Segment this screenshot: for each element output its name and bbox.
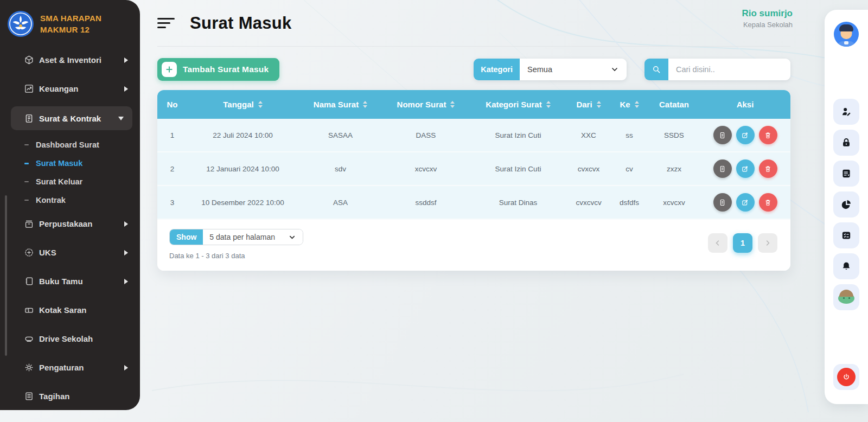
submenu-item-surat-masuk[interactable]: Surat Masuk [0, 154, 140, 172]
column-kategori-surat[interactable]: Kategori Surat [469, 100, 567, 109]
sidebar-item-buku-tamu[interactable]: Buku Tamu [0, 267, 140, 296]
cell-no: 2 [157, 165, 187, 173]
sidebar-item-pengaturan[interactable]: Pengaturan [0, 353, 140, 382]
pie-chart-icon[interactable] [833, 191, 859, 218]
column-dari[interactable]: Dari [567, 100, 610, 109]
chevron-right-icon [124, 250, 128, 255]
column-ke[interactable]: Ke [610, 100, 648, 109]
kategori-selected-value: Semua [527, 65, 552, 74]
turtle-avatar-icon[interactable] [833, 284, 859, 310]
sidebar-item-label: Aset & Inventori [39, 55, 101, 65]
chevron-right-icon [124, 279, 128, 284]
table-row: 2 12 Januari 2024 10:00 sdv xcvcxv Surat… [157, 152, 790, 186]
file-icon [718, 199, 726, 207]
delete-button[interactable] [759, 126, 777, 144]
edit-button[interactable] [736, 159, 755, 178]
sidebar-item-drive-sekolah[interactable]: Drive Sekolah [0, 324, 140, 353]
sidebar-item-aset-inventori[interactable]: Aset & Inventori [0, 46, 140, 74]
show-label: Show [170, 229, 203, 245]
cell-dari: cvxcvcv [567, 199, 610, 207]
delete-button[interactable] [759, 193, 777, 212]
profile-avatar[interactable] [834, 22, 859, 47]
sidebar-item-surat-kontrak[interactable]: Surat & Kontrak [11, 106, 132, 130]
submenu-item-dashboard-surat[interactable]: Dashboard Surat [0, 136, 140, 154]
sidebar-item-kotak-saran[interactable]: Kotak Saran [0, 296, 140, 324]
right-rail [825, 10, 868, 404]
detail-button[interactable] [713, 159, 732, 178]
topbar: Surat Masuk Rio sumirjo Kepala Sekolah [157, 0, 790, 47]
archive-icon [24, 219, 34, 229]
per-page-select[interactable]: 5 data per halaman [203, 229, 303, 245]
page-title: Surat Masuk [190, 14, 292, 33]
column-nomor-surat[interactable]: Nomor Surat [382, 100, 469, 109]
edit-icon [741, 165, 749, 173]
add-surat-masuk-button[interactable]: Tambah Surat Masuk [157, 58, 279, 81]
per-page-value: 5 data per halaman [209, 233, 275, 241]
submenu-item-kontrak[interactable]: Kontrak [0, 191, 140, 209]
power-icon [837, 368, 856, 386]
data-range-summary: Data ke 1 - 3 dari 3 data [169, 252, 777, 260]
kategori-label: Kategori [474, 59, 520, 80]
cell-no: 3 [157, 199, 187, 207]
cell-kategori-surat: Surat Izin Cuti [469, 131, 567, 139]
search-bar [644, 59, 790, 80]
next-page-button[interactable] [758, 233, 777, 253]
trash-icon [764, 131, 772, 139]
kategori-select[interactable]: Semua [520, 59, 627, 80]
cell-tanggal: 10 Desember 2022 10:00 [187, 199, 298, 207]
trash-icon [764, 199, 772, 207]
file-icon [718, 131, 726, 139]
brand: SMA HARAPAN MAKMUR 12 [0, 0, 140, 46]
sidebar-item-perpustakaan[interactable]: Perpustakaan [0, 209, 140, 238]
submenu-item-surat-keluar[interactable]: Surat Keluar [0, 172, 140, 191]
chevron-down-icon [288, 233, 296, 241]
cell-kategori-surat: Surat Dinas [469, 199, 567, 207]
page-1-button[interactable]: 1 [733, 233, 752, 253]
edit-button[interactable] [736, 193, 755, 212]
sidebar-item-uks[interactable]: UKS [0, 238, 140, 267]
edit-icon [741, 131, 749, 139]
mailbox-icon [24, 305, 34, 315]
search-icon [644, 59, 668, 80]
notebook-icon [24, 276, 34, 286]
task-list-icon[interactable] [833, 222, 859, 248]
sidebar-item-label: Surat & Kontrak [39, 114, 101, 123]
menu-toggle-button[interactable] [157, 13, 175, 33]
table-footer: Show 5 data per halaman Data ke 1 - 3 da… [157, 220, 790, 271]
delete-button[interactable] [759, 159, 777, 178]
kategori-filter: Kategori Semua [474, 59, 627, 80]
chevron-left-icon [714, 239, 722, 247]
sidebar-item-tagihan[interactable]: Tagihan [0, 382, 140, 411]
user-edit-icon[interactable] [833, 99, 859, 125]
table-header: No Tanggal Nama Surat Nomor Surat Katego… [157, 90, 790, 119]
search-input[interactable] [668, 59, 790, 80]
lock-icon[interactable] [833, 130, 859, 156]
pagination: 1 [708, 233, 777, 253]
sort-icon [597, 101, 601, 108]
column-nama-surat[interactable]: Nama Surat [298, 100, 382, 109]
sidebar-item-label: Perpustakaan [39, 219, 92, 228]
toolbar: Tambah Surat Masuk Kategori Semua [157, 58, 790, 81]
table-row: 3 10 Desember 2022 10:00 ASA ssddsf Sura… [157, 186, 790, 220]
column-tanggal[interactable]: Tanggal [187, 100, 298, 109]
detail-button[interactable] [713, 126, 732, 144]
bell-icon[interactable] [833, 253, 859, 279]
clipboard-list-icon[interactable] [833, 161, 859, 187]
surat-masuk-table-card: No Tanggal Nama Surat Nomor Surat Katego… [157, 90, 790, 271]
dash-icon [24, 163, 29, 164]
submenu-label: Surat Keluar [36, 177, 82, 186]
column-catatan: Catatan [648, 100, 700, 109]
sort-icon [258, 101, 263, 108]
sort-icon [546, 101, 551, 108]
edit-button[interactable] [736, 126, 755, 144]
sidebar-item-keuangan[interactable]: Keuangan [0, 74, 140, 103]
cell-tanggal: 22 Juli 2024 10:00 [187, 131, 298, 139]
logout-button[interactable] [833, 364, 859, 390]
sidebar-scrollbar[interactable] [5, 195, 7, 356]
submenu-label: Kontrak [36, 196, 66, 204]
prev-page-button[interactable] [708, 233, 727, 253]
cell-nama-surat: ASA [298, 199, 382, 207]
cube-icon [24, 55, 34, 65]
sort-icon [363, 101, 367, 108]
detail-button[interactable] [713, 193, 732, 212]
